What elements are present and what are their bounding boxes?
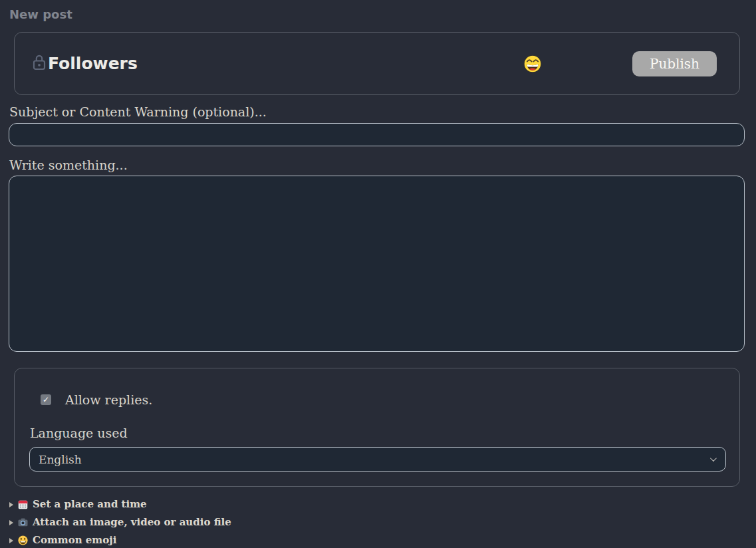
common-emoji-summary[interactable]: Common emoji [9, 531, 745, 548]
expand-arrow-icon [9, 520, 13, 525]
allow-replies-label: Allow replies. [65, 392, 152, 407]
place-time-summary[interactable]: Set a place and time [9, 495, 745, 513]
allow-replies-checkbox[interactable] [41, 394, 51, 405]
grinning-face-icon [18, 535, 28, 545]
attach-media-label: Attach an image, video or audio file [33, 513, 231, 531]
language-select-value: English [39, 453, 710, 466]
post-body-textarea[interactable] [9, 176, 745, 352]
composer-header: Followers Publish [14, 32, 740, 95]
subject-label: Subject or Content Warning (optional)... [9, 103, 745, 120]
language-select[interactable]: English [29, 447, 726, 472]
visibility-indicator: Followers [33, 54, 138, 73]
page-title: New post [9, 8, 745, 21]
language-label: Language used [30, 424, 725, 442]
camera-icon [18, 517, 28, 527]
common-emoji-label: Common emoji [33, 531, 116, 548]
attach-media-summary[interactable]: Attach an image, video or audio file [9, 513, 745, 531]
expand-arrow-icon [9, 538, 13, 543]
place-time-details: Set a place and time [9, 495, 745, 513]
composer-extras: Set a place and time Attach an image, vi… [9, 495, 745, 548]
lock-icon [33, 54, 46, 73]
calendar-icon [18, 499, 28, 509]
chevron-down-icon [710, 455, 717, 462]
subject-input[interactable] [9, 123, 745, 146]
post-body-label: Write something... [9, 156, 745, 174]
visibility-label: Followers [48, 54, 138, 73]
common-emoji-details: Common emoji [9, 531, 745, 548]
attach-media-details: Attach an image, video or audio file [9, 513, 745, 531]
smiling-face-emoji-icon [523, 55, 542, 73]
place-time-label: Set a place and time [33, 495, 147, 513]
expand-arrow-icon [9, 502, 13, 507]
allow-replies-row: Allow replies. [41, 394, 725, 406]
publish-button[interactable]: Publish [632, 51, 717, 76]
post-options-panel: Allow replies. Language used English [14, 368, 740, 487]
